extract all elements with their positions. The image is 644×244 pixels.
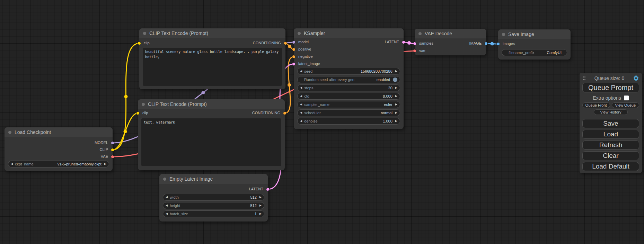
input-port-images[interactable] bbox=[496, 42, 500, 46]
node-title-bar: CLIP Text Encode (Prompt) bbox=[139, 28, 285, 38]
link-midpoint-dot bbox=[491, 42, 494, 46]
slot-label-MODEL: MODEL bbox=[95, 141, 108, 145]
load-button[interactable]: Load bbox=[582, 130, 639, 139]
extra-options-checkbox[interactable] bbox=[624, 96, 629, 100]
queue-panel-header: Queue size: 0 bbox=[582, 75, 639, 82]
node-empty-latent[interactable]: Empty Latent ImageLATENT◀width512▶◀heigh… bbox=[159, 174, 268, 222]
widget-label: steps bbox=[304, 86, 313, 90]
output-port-LATENT[interactable] bbox=[402, 40, 405, 44]
widget-Random seed after every gen[interactable]: Random seed after every genenabled bbox=[297, 76, 400, 83]
input-port-latent_image[interactable] bbox=[292, 62, 295, 66]
arrow-left-icon[interactable]: ◀ bbox=[300, 111, 302, 114]
input-port-vae[interactable] bbox=[413, 49, 416, 53]
input-port-clip[interactable] bbox=[136, 111, 140, 115]
drag-handle-icon[interactable] bbox=[583, 76, 586, 81]
settings-gear-icon[interactable] bbox=[633, 75, 639, 81]
node-save-image[interactable]: Save Imageimagesfilename_prefixComfyUI bbox=[498, 29, 571, 60]
arrow-right-icon[interactable]: ▶ bbox=[395, 70, 397, 73]
queue-front-button[interactable]: Queue Front bbox=[582, 102, 610, 108]
output-port-CONDITIONING[interactable] bbox=[284, 42, 287, 45]
output-port-CLIP[interactable] bbox=[111, 148, 114, 152]
output-port-CONDITIONING[interactable] bbox=[283, 111, 286, 115]
slot-label-CLIP: CLIP bbox=[100, 147, 108, 152]
slot-label-negative: negative bbox=[298, 54, 313, 58]
save-button[interactable]: Save bbox=[582, 119, 639, 128]
widget-denoise[interactable]: ◀denoise1.000▶ bbox=[297, 118, 400, 125]
arrow-left-icon[interactable]: ◀ bbox=[300, 103, 302, 106]
collapse-dot-icon[interactable] bbox=[502, 33, 505, 36]
slot-label-clip: clip bbox=[144, 41, 150, 45]
refresh-button[interactable]: Refresh bbox=[582, 141, 639, 150]
collapse-dot-icon[interactable] bbox=[142, 103, 145, 106]
input-port-negative[interactable] bbox=[292, 55, 295, 58]
prompt-textarea[interactable]: beautiful scenery nature glass bottle la… bbox=[143, 48, 282, 86]
arrow-right-icon[interactable]: ▶ bbox=[259, 213, 262, 215]
node-graph-canvas[interactable]: Load CheckpointMODELCLIPVAE◀ckpt_namev1-… bbox=[0, 0, 644, 244]
widget-width[interactable]: ◀width512▶ bbox=[163, 194, 264, 201]
node-ksampler[interactable]: KSamplermodelLATENTpositivenegativelaten… bbox=[294, 28, 404, 129]
node-title-bar: Empty Latent Image bbox=[159, 174, 268, 184]
arrow-right-icon[interactable]: ▶ bbox=[259, 196, 262, 199]
collapse-dot-icon[interactable] bbox=[8, 131, 11, 134]
input-port-positive[interactable] bbox=[292, 48, 295, 51]
widget-sampler_name[interactable]: ◀sampler_nameeuler▶ bbox=[297, 101, 400, 108]
clear-button[interactable]: Clear bbox=[582, 151, 639, 160]
widget-label: scheduler bbox=[304, 111, 321, 115]
arrow-right-icon[interactable]: ▶ bbox=[395, 95, 397, 98]
prompt-textarea[interactable]: text, watermark bbox=[141, 118, 281, 166]
slot-label-CONDITIONING: CONDITIONING bbox=[252, 111, 280, 115]
widget-filename_prefix[interactable]: filename_prefixComfyUI bbox=[502, 49, 567, 56]
widget-ckpt_name[interactable]: ◀ckpt_namev1-5-pruned-emaonly.ckpt▶ bbox=[8, 161, 109, 168]
input-port-clip[interactable] bbox=[138, 42, 141, 45]
collapse-dot-icon[interactable] bbox=[418, 32, 422, 35]
output-port-IMAGE[interactable] bbox=[484, 42, 488, 45]
widget-height[interactable]: ◀height512▶ bbox=[163, 202, 264, 209]
output-port-MODEL[interactable] bbox=[111, 141, 114, 145]
slot-label-LATENT: LATENT bbox=[385, 40, 399, 44]
widget-cfg[interactable]: ◀cfg8.000▶ bbox=[297, 93, 400, 100]
node-clip-encode-2[interactable]: CLIP Text Encode (Prompt)clipCONDITIONIN… bbox=[138, 99, 285, 170]
queue-prompt-button[interactable]: Queue Prompt bbox=[582, 83, 639, 92]
arrow-right-icon[interactable]: ▶ bbox=[259, 204, 262, 207]
widget-scheduler[interactable]: ◀schedulernormal▶ bbox=[297, 109, 400, 116]
arrow-left-icon[interactable]: ◀ bbox=[300, 87, 302, 89]
slot-label-VAE: VAE bbox=[101, 154, 108, 159]
arrow-right-icon[interactable]: ▶ bbox=[104, 163, 106, 165]
widget-value: 1.000 bbox=[383, 119, 392, 123]
widget-value: euler bbox=[384, 102, 392, 107]
collapse-dot-icon[interactable] bbox=[298, 32, 301, 35]
node-title-bar: Load Checkpoint bbox=[5, 127, 113, 137]
arrow-left-icon[interactable]: ◀ bbox=[166, 204, 168, 207]
toggle-dot-icon[interactable] bbox=[393, 78, 397, 82]
input-port-samples[interactable] bbox=[413, 42, 416, 45]
input-port-model[interactable] bbox=[292, 40, 295, 44]
arrow-left-icon[interactable]: ◀ bbox=[11, 163, 13, 165]
widget-value: normal bbox=[381, 111, 392, 115]
collapse-dot-icon[interactable] bbox=[143, 32, 146, 35]
arrow-left-icon[interactable]: ◀ bbox=[166, 213, 168, 215]
arrow-left-icon[interactable]: ◀ bbox=[166, 196, 168, 199]
collapse-dot-icon[interactable] bbox=[163, 178, 166, 181]
arrow-left-icon[interactable]: ◀ bbox=[300, 70, 302, 73]
view-queue-button[interactable]: View Queue bbox=[612, 102, 639, 108]
arrow-right-icon[interactable]: ▶ bbox=[395, 111, 397, 114]
widget-label: ckpt_name bbox=[15, 162, 34, 166]
output-port-LATENT[interactable] bbox=[266, 188, 270, 191]
arrow-right-icon[interactable]: ▶ bbox=[395, 87, 397, 89]
arrow-left-icon[interactable]: ◀ bbox=[300, 120, 302, 123]
node-clip-encode-1[interactable]: CLIP Text Encode (Prompt)clipCONDITIONIN… bbox=[139, 28, 285, 89]
widget-label: cfg bbox=[304, 94, 309, 98]
output-port-VAE[interactable] bbox=[111, 155, 114, 159]
widget-seed[interactable]: ◀seed156680208700286▶ bbox=[297, 68, 400, 75]
extra-options-label: Extra options bbox=[593, 95, 621, 101]
node-title-text: Save Image bbox=[508, 31, 534, 37]
node-vae-decode[interactable]: VAE DecodesamplesIMAGEvae bbox=[415, 29, 486, 55]
arrow-right-icon[interactable]: ▶ bbox=[395, 103, 397, 106]
view-history-button[interactable]: View History bbox=[594, 109, 628, 115]
load-default-button[interactable]: Load Default bbox=[582, 162, 639, 171]
widget-batch_size[interactable]: ◀batch_size1▶ bbox=[163, 210, 264, 217]
node-load-checkpoint[interactable]: Load CheckpointMODELCLIPVAE◀ckpt_namev1-… bbox=[5, 127, 113, 171]
widget-steps[interactable]: ◀steps20▶ bbox=[297, 84, 400, 91]
arrow-left-icon[interactable]: ◀ bbox=[300, 95, 302, 98]
arrow-right-icon[interactable]: ▶ bbox=[395, 120, 397, 123]
